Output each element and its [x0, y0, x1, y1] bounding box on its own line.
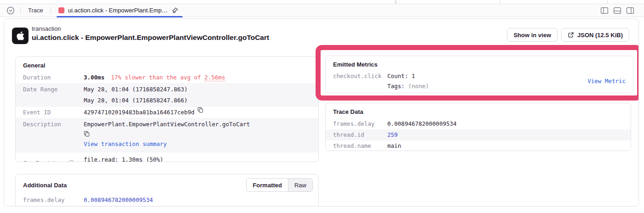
metric-details: Count: 1 Tags: (none) [387, 71, 429, 91]
json-download-button[interactable]: JSON (12.5 KiB) [561, 28, 629, 42]
additional-data-title: Additional Data [23, 182, 67, 189]
formatted-toggle-button[interactable]: Formatted [247, 179, 288, 191]
row-key: frames.delay [333, 118, 387, 129]
ops-breakdown-values: file.read: 1.30ms (50%) Other: 1.30ms (5… [84, 153, 163, 162]
copy-icon[interactable] [197, 107, 203, 113]
tags-label: Tags: [387, 83, 408, 90]
row-value: 259 [84, 206, 94, 207]
row-value: 0.008946782000009534 [84, 195, 153, 206]
description-value: EmpowerPlant.EmpowerPlantViewController.… [84, 121, 250, 128]
emitted-metrics-section: Emitted Metrics checkout.click Count: 1 … [325, 56, 633, 93]
description-value-line: EmpowerPlant.EmpowerPlantViewController.… [84, 119, 253, 137]
date-range-end: May 28, 01:04 (1716858247.866) [84, 95, 188, 106]
collapse-drawer-button[interactable] [6, 6, 15, 15]
date-range-start: May 28, 01:04 (1716858247.863) [84, 84, 188, 95]
trace-data-section: Trace Data frames.delay 0.00894678200000… [325, 103, 631, 151]
help-icon[interactable]: ? [68, 160, 75, 162]
table-row: thread.id 259 [326, 129, 631, 140]
copy-icon[interactable] [84, 131, 253, 137]
layout-bottom-panel-icon[interactable] [614, 7, 621, 14]
ops-breakdown-label: Ops Breakdown [23, 158, 66, 162]
row-key: frames.delay [23, 195, 84, 206]
tab-transaction-active[interactable]: ui.action.click - EmpowerPlant.Emp… [57, 4, 183, 17]
additional-data-header: Additional Data Formatted Raw [16, 174, 318, 194]
view-metric-link[interactable]: View Metric [587, 76, 626, 86]
header-actions: Show in view JSON (12.5 KiB) [507, 28, 629, 42]
grid-divider [396, 0, 396, 4]
row-duration: Duration 3.00ms17% slower than the avg o… [16, 72, 318, 83]
table-row: frames.delay 0.008946782000009534 [16, 195, 318, 206]
row-key: thread.id [333, 129, 387, 140]
ops-breakdown-line1: file.read: 1.30ms (50%) [84, 155, 163, 162]
metric-count-line: Count: 1 [387, 71, 429, 81]
table-row: frames.delay 0.008946782000009534 [326, 118, 631, 129]
chevron-down-circle-icon [6, 6, 15, 15]
description-key: Description [23, 119, 84, 130]
date-range-values: May 28, 01:04 (1716858247.863) May 28, 0… [84, 84, 188, 106]
duration-note-prefix: 17% slower than the avg of [111, 74, 204, 81]
tabbar-divider [51, 7, 51, 14]
date-range-key: Date Range [23, 84, 84, 95]
page-title: ui.action.click - EmpowerPlant.EmpowerPl… [32, 34, 269, 42]
external-link-icon [568, 32, 574, 38]
grid-divider [500, 0, 500, 4]
tab-trace[interactable]: Trace [26, 7, 45, 14]
row-key: thread.name [333, 140, 387, 151]
show-in-view-label: Show in view [513, 32, 551, 39]
duration-value-group: 3.00ms17% slower than the avg of 2.56ms [84, 72, 225, 83]
metric-row-checkout-click: checkout.click Count: 1 Tags: (none) Vie… [326, 71, 633, 91]
format-toggle: Formatted Raw [246, 178, 313, 192]
ops-breakdown-key: Ops Breakdown ? [23, 153, 84, 162]
raw-toggle-button[interactable]: Raw [288, 179, 312, 191]
general-section-title: General [16, 57, 318, 72]
general-section: General Duration 3.00ms17% slower than t… [15, 56, 319, 162]
drawer-tab-bar: Trace ui.action.click - EmpowerPlant.Emp… [0, 4, 644, 17]
event-id-value: 429747102019483ba81ba164617ceb9d [84, 107, 195, 118]
row-ops-breakdown: Ops Breakdown ? file.read: 1.30ms (50%) … [16, 152, 318, 162]
duration-key: Duration [23, 72, 84, 83]
metric-name: checkout.click [333, 71, 387, 81]
row-key: thread.id [23, 206, 84, 207]
pin-icon[interactable] [172, 7, 179, 14]
tab-label: ui.action.click - EmpowerPlant.Emp… [68, 7, 168, 14]
event-id-key: Event ID [23, 107, 84, 118]
trace-data-title: Trace Data [326, 103, 631, 118]
count-label: Count: [387, 73, 412, 79]
trace-detail-screen: Trace ui.action.click - EmpowerPlant.Emp… [0, 0, 644, 213]
view-transaction-summary-link[interactable]: View transaction summary [84, 139, 253, 150]
avg-duration-value[interactable]: 2.56ms [204, 74, 225, 81]
row-description: Description EmpowerPlant.EmpowerPlantVie… [16, 118, 318, 152]
metric-tags-line: Tags: (none) [387, 81, 429, 91]
row-value: 0.008946782000009534 [387, 118, 457, 129]
header-text: transaction ui.action.click - EmpowerPla… [32, 25, 269, 42]
layout-right-panel-icon[interactable] [627, 7, 634, 14]
event-type-label: transaction [32, 25, 269, 32]
span-color-swatch [58, 7, 64, 13]
row-date-range: Date Range May 28, 01:04 (1716858247.863… [16, 83, 318, 107]
tabbar-divider [20, 7, 21, 14]
grid-divider [607, 0, 608, 4]
show-in-view-button[interactable]: Show in view [507, 28, 558, 42]
description-values: EmpowerPlant.EmpowerPlantViewController.… [84, 119, 253, 150]
json-button-label: JSON (12.5 KiB) [577, 32, 623, 39]
row-event-id: Event ID 429747102019483ba81ba164617ceb9… [16, 107, 318, 118]
apple-platform-icon [12, 28, 29, 44]
active-tab-indicator [57, 16, 183, 17]
duration-comparison-text: 17% slower than the avg of 2.56ms [111, 74, 225, 81]
additional-data-section: Additional Data Formatted Raw frames.del… [15, 174, 319, 207]
emitted-metrics-title: Emitted Metrics [326, 56, 633, 71]
row-value: main [387, 140, 401, 151]
tags-value: (none) [408, 83, 429, 90]
table-row: thread.id 259 [16, 206, 318, 207]
table-row: thread.name main [326, 140, 631, 151]
layout-controls [601, 7, 638, 14]
layout-left-panel-icon[interactable] [601, 7, 608, 14]
duration-value: 3.00ms [84, 74, 104, 81]
transaction-detail-panel: transaction ui.action.click - EmpowerPla… [4, 18, 639, 207]
row-value: 259 [387, 129, 398, 140]
count-value: 1 [412, 73, 415, 79]
